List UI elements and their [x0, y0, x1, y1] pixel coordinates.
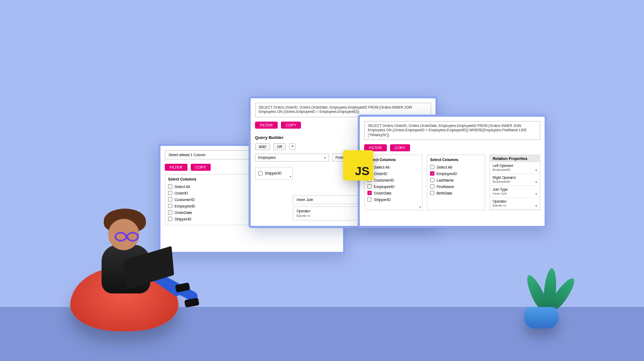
checkbox-box[interactable]: [430, 178, 434, 182]
checkbox-customerid[interactable]: CustomerID: [367, 177, 419, 183]
field-value: Equals to: [297, 214, 310, 218]
scroll-hint-icon: ▾: [290, 175, 291, 178]
chevron-down-icon: ▾: [535, 180, 537, 184]
checkbox-label: ShipperID: [374, 198, 391, 202]
chevron-down-icon: ▾: [535, 204, 537, 208]
chevron-down-icon: ▾: [535, 168, 537, 172]
select-columns-title: Select Columns: [430, 158, 482, 162]
scroll-hint-icon: ▾: [419, 205, 421, 209]
filter-button[interactable]: FILTER: [255, 122, 278, 129]
checkbox-label: Select All: [437, 165, 452, 169]
select-columns-title: Select Columns: [367, 158, 419, 162]
checkbox-label: LastName: [437, 178, 454, 182]
checkbox-label: EmployeeID: [374, 185, 394, 189]
column-panel-employees: Select Columns Select AllEmployeeIDLastN…: [427, 155, 485, 210]
checkbox-employeeid[interactable]: EmployeeID: [367, 183, 419, 190]
checkbox-label: FirstName: [437, 185, 454, 189]
javascript-badge: JS: [343, 150, 373, 180]
checkbox-label: ShipperID: [265, 171, 281, 175]
filter-button[interactable]: FILTER: [165, 164, 187, 171]
checkbox-lastname[interactable]: LastName: [430, 177, 482, 183]
checkbox-label: Select All: [175, 185, 190, 189]
relation-properties-title: Relation Properties: [490, 155, 540, 162]
checkbox-birthdate[interactable]: BirthDate: [430, 190, 482, 196]
checkbox-box[interactable]: [168, 210, 172, 215]
checkbox-box[interactable]: [168, 197, 172, 202]
checkbox-box[interactable]: [367, 197, 372, 202]
panel-front: SELECT Orders.OrderID, Orders.OrderDate,…: [358, 115, 547, 228]
checkbox-box[interactable]: [430, 184, 434, 189]
checkbox-label: ShipperID: [175, 217, 191, 221]
table-dropdown[interactable]: Employees ▾: [255, 153, 329, 162]
or-toggle[interactable]: OR: [273, 143, 286, 150]
dropdown-value: Employees: [258, 156, 276, 159]
checkbox-label: Select All: [374, 165, 390, 169]
checkbox-select-all[interactable]: Select All: [430, 164, 482, 170]
checkbox-box[interactable]: [168, 217, 172, 221]
checkbox-label: OrderID: [374, 172, 387, 176]
copy-button[interactable]: COPY: [390, 144, 411, 151]
illustration-person: [59, 250, 184, 331]
checkbox-box[interactable]: [430, 191, 434, 195]
field-value: EmployeeID: [493, 180, 511, 184]
relation-properties-panel: Relation Properties Left Operand Employe…: [489, 155, 540, 210]
field-value: Equals to: [493, 204, 506, 208]
checkbox-shipperid[interactable]: ShipperID: [258, 170, 290, 177]
checkbox-box[interactable]: [430, 165, 434, 169]
field-label: Join Type: [493, 188, 537, 191]
checkbox-box[interactable]: [430, 171, 434, 176]
sql-preview[interactable]: SELECT Orders.OrderID, Orders.OrderDate,…: [364, 121, 540, 140]
field-label: Left Operand: [493, 164, 537, 168]
operator-field[interactable]: Operator Equals to ▾: [490, 198, 540, 210]
badge-text: JS: [355, 164, 370, 178]
field-label: Operator: [493, 199, 537, 203]
join-type-field[interactable]: Join Type Inner Join ▾: [490, 186, 540, 198]
copy-button[interactable]: COPY: [281, 122, 301, 129]
left-operand-field[interactable]: Left Operand EmployeeID ▾: [490, 162, 540, 174]
checkbox-label: OrderID: [175, 191, 188, 195]
checkbox-label: CustomerID: [374, 178, 394, 182]
field-label: Right Operand: [493, 176, 537, 179]
checkbox-label: EmployeeID: [175, 204, 195, 208]
checkbox-label: OrderDate: [175, 211, 192, 215]
column-panel-partial: ShipperID ▾: [255, 167, 293, 180]
field-value: Inner Join: [297, 198, 313, 202]
chevron-down-icon: ▾: [535, 192, 537, 196]
checkbox-orderdate[interactable]: OrderDate: [367, 190, 419, 196]
copy-button[interactable]: COPY: [191, 164, 211, 171]
and-toggle[interactable]: AND: [255, 143, 270, 150]
checkbox-box[interactable]: [168, 184, 172, 189]
checkbox-employeeid[interactable]: EmployeeID: [430, 170, 482, 177]
right-operand-field[interactable]: Right Operand EmployeeID ▾: [490, 174, 540, 186]
checkbox-select-all[interactable]: Select All: [367, 164, 419, 170]
checkbox-box[interactable]: [168, 204, 172, 208]
field-value: EmployeeID: [493, 168, 511, 172]
illustration-plant: [514, 258, 568, 329]
checkbox-label: EmployeeID: [437, 172, 457, 176]
checkbox-label: OrderDate: [374, 191, 392, 195]
chevron-down-icon: ▾: [324, 156, 326, 159]
checkbox-shipperid[interactable]: ShipperID: [367, 196, 419, 203]
checkbox-firstname[interactable]: FirstName: [430, 183, 482, 190]
field-value: Inner Join: [493, 192, 507, 196]
checkbox-box[interactable]: [367, 191, 372, 195]
checkbox-box[interactable]: [367, 184, 372, 189]
checkbox-label: BirthDate: [437, 191, 452, 195]
checkbox-orderid[interactable]: OrderID: [367, 170, 419, 177]
checkbox-label: CustomerID: [175, 198, 194, 202]
add-condition-button[interactable]: +: [289, 143, 296, 150]
checkbox-box[interactable]: [168, 191, 172, 195]
